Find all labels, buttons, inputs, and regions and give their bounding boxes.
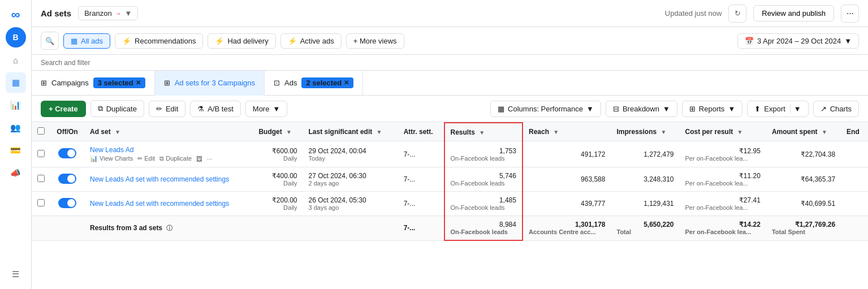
attr-header[interactable]: Attr. sett. xyxy=(398,123,444,141)
select-all-header[interactable] xyxy=(32,123,50,141)
reports-label: Reports xyxy=(699,105,725,113)
row1-results-label: On-Facebook leads xyxy=(451,155,516,162)
row3-budget-cell: ₹200.00 Daily xyxy=(253,192,303,216)
row2-impressions-cell: 3,248,310 xyxy=(611,167,679,192)
last-edit-sort-icon: ▼ xyxy=(377,129,382,135)
row1-image[interactable]: 🖼 xyxy=(196,155,202,162)
adsets-breadcrumb[interactable]: ⊞ Ad sets for 3 Campaigns xyxy=(155,71,265,96)
account-selector[interactable]: Branzon → ▼ xyxy=(78,6,138,20)
recommendations-icon: ⚡ xyxy=(122,37,131,45)
date-range-button[interactable]: 📅 3 Apr 2024 – 29 Oct 2024 ▼ xyxy=(737,33,859,49)
ab-test-label: A/B test xyxy=(208,105,234,113)
row1-toggle[interactable] xyxy=(58,148,76,158)
duplicate-button[interactable]: ⧉ Duplicate xyxy=(90,100,144,117)
row2-cost-label: Per on-Facebook lea... xyxy=(685,180,761,187)
recommendations-tab[interactable]: ⚡ Recommendations xyxy=(115,33,203,49)
review-publish-button[interactable]: Review and publish xyxy=(753,5,834,21)
row2-checkbox[interactable] xyxy=(37,175,45,182)
row1-more[interactable]: ··· xyxy=(207,155,212,162)
row3-checkbox-cell[interactable] xyxy=(32,192,50,216)
columns-button[interactable]: ▦ Columns: Performance ▼ xyxy=(490,101,601,117)
more-views-tab[interactable]: + More views xyxy=(346,33,404,49)
search-filter-input[interactable]: Search and filter xyxy=(41,59,90,67)
row1-duplicate[interactable]: ⧉ Duplicate xyxy=(159,155,192,162)
had-delivery-tab[interactable]: ⚡ Had delivery xyxy=(208,33,275,49)
breakdown-button[interactable]: ⊟ Breakdown ▼ xyxy=(606,101,677,117)
billing-icon[interactable]: 💳 xyxy=(6,140,26,161)
row3-checkbox[interactable] xyxy=(37,199,45,206)
create-button[interactable]: + Create xyxy=(41,101,86,117)
more-options-button[interactable]: ⋯ xyxy=(841,5,859,23)
impressions-header[interactable]: Impressions ▼ xyxy=(611,123,679,141)
row2-cost: ₹11.20 xyxy=(685,172,761,180)
hamburger-menu-icon[interactable]: ☰ xyxy=(6,264,26,284)
charts-button[interactable]: ↗ Charts xyxy=(813,101,859,117)
activity-icon[interactable]: ▦ xyxy=(6,72,26,93)
row1-attr: 7-... xyxy=(404,150,416,158)
row1-checkbox[interactable] xyxy=(37,150,45,157)
megaphone-icon[interactable]: 📣 xyxy=(6,163,26,183)
campaigns-label: Campaigns xyxy=(51,79,89,87)
last-edit-header[interactable]: Last significant edit ▼ xyxy=(303,123,398,141)
refresh-button[interactable]: ↻ xyxy=(728,5,746,23)
edit-icon: ✏ xyxy=(156,105,162,113)
search-filter-row[interactable]: Search and filter xyxy=(32,55,868,71)
row3-toggle[interactable] xyxy=(58,198,76,208)
ad-set-sort-icon: ▼ xyxy=(115,129,120,135)
row2-toggle-cell[interactable] xyxy=(50,167,84,192)
more-button[interactable]: More ▼ xyxy=(245,101,288,117)
row1-amount: ₹22,704.38 xyxy=(772,150,835,158)
row3-adset-link[interactable]: New Leads Ad set with recommended settin… xyxy=(90,200,229,208)
row1-adset-link[interactable]: New Leads Ad xyxy=(90,146,133,154)
all-ads-tab[interactable]: ▦ All ads xyxy=(63,33,110,49)
search-button[interactable]: 🔍 xyxy=(41,32,59,50)
export-button[interactable]: ⬆ Export ▼ xyxy=(747,101,808,117)
row2-results-label: On-Facebook leads xyxy=(451,180,516,187)
ads-selected-badge[interactable]: 2 selected ✕ xyxy=(301,77,353,88)
row2-toggle[interactable] xyxy=(58,174,76,184)
campaigns-selected-badge[interactable]: 3 selected ✕ xyxy=(93,77,145,88)
row3-toggle-cell[interactable] xyxy=(50,192,84,216)
row2-adset-link[interactable]: New Leads Ad set with recommended settin… xyxy=(90,175,229,183)
row1-toggle-cell[interactable] xyxy=(50,141,84,167)
end-header: End xyxy=(841,123,868,141)
row2-last-edit-rel: 2 days ago xyxy=(309,180,392,187)
results-header[interactable]: Results ▼ xyxy=(444,123,522,141)
cost-per-result-header[interactable]: Cost per result ▼ xyxy=(680,123,766,141)
ads-badge-close[interactable]: ✕ xyxy=(344,79,349,87)
row1-impressions-cell: 1,272,479 xyxy=(611,141,679,167)
row1-checkbox-cell[interactable] xyxy=(32,141,50,167)
amount-spent-header[interactable]: Amount spent ▼ xyxy=(766,123,841,141)
more-views-label: + More views xyxy=(353,37,397,45)
row1-edit[interactable]: ✏ Edit xyxy=(137,155,155,162)
total-info-icon: ⓘ xyxy=(166,225,172,231)
select-all-checkbox[interactable] xyxy=(37,127,45,135)
row2-end-cell xyxy=(841,167,868,192)
active-ads-icon: ⚡ xyxy=(288,37,297,45)
campaigns-badge-close[interactable]: ✕ xyxy=(136,79,141,87)
ad-set-header[interactable]: Ad set ▼ xyxy=(84,123,253,141)
row3-end-cell xyxy=(841,192,868,216)
ab-test-button[interactable]: ⚗ A/B test xyxy=(190,101,241,117)
active-ads-tab[interactable]: ⚡ Active ads xyxy=(280,33,342,49)
row3-attr-cell: 7-... xyxy=(398,192,444,216)
row3-last-edit-rel: 3 days ago xyxy=(309,204,392,211)
audience-icon[interactable]: 👥 xyxy=(6,118,26,138)
chart-bar-icon[interactable]: 📊 xyxy=(6,95,26,115)
row3-budget-freq: Daily xyxy=(258,204,297,211)
total-label: Results from 3 ad sets xyxy=(90,224,162,232)
campaigns-breadcrumb[interactable]: ⊞ Campaigns 3 selected ✕ xyxy=(41,71,155,96)
ads-breadcrumb[interactable]: ⊡ Ads 2 selected ✕ xyxy=(265,71,363,96)
row1-view-charts[interactable]: 📊 View Charts xyxy=(90,155,133,162)
home-icon[interactable]: ⌂ xyxy=(6,50,26,70)
reports-button[interactable]: ⊞ Reports ▼ xyxy=(682,101,742,117)
export-split-arrow[interactable]: ▼ xyxy=(790,105,801,113)
budget-header[interactable]: Budget ▼ xyxy=(253,123,303,141)
account-dropdown-arrow: ▼ xyxy=(125,9,132,18)
reach-header[interactable]: Reach ▼ xyxy=(522,123,611,141)
row2-checkbox-cell[interactable] xyxy=(32,167,50,192)
table-row: New Leads Ad set with recommended settin… xyxy=(32,167,868,192)
row3-results-label: On-Facebook leads xyxy=(451,204,516,211)
brand-icon[interactable]: B xyxy=(6,27,26,48)
edit-button[interactable]: ✏ Edit xyxy=(149,101,185,117)
